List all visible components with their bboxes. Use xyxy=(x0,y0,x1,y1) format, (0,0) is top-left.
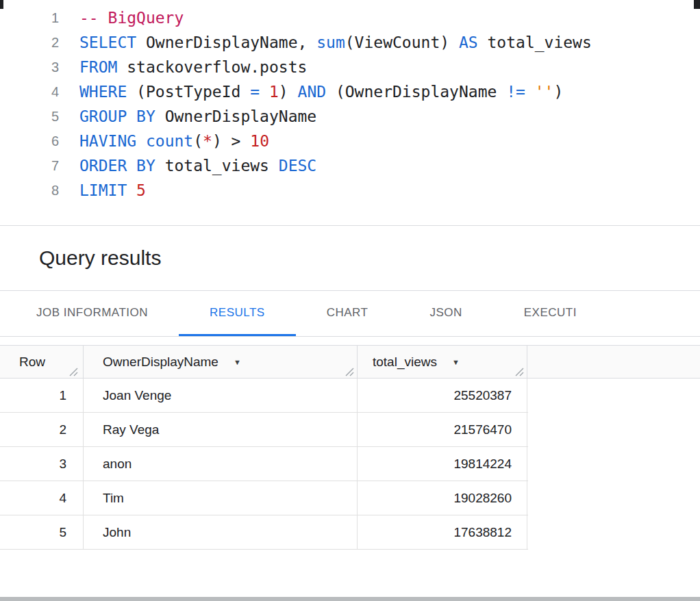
code-text: WHERE (PostTypeId = 1) AND (OwnerDisplay… xyxy=(79,79,563,104)
tab-chart[interactable]: CHART xyxy=(296,291,399,336)
code-token: ORDER BY xyxy=(79,157,155,175)
column-header-total-views[interactable]: total_views▼ xyxy=(358,346,527,378)
line-number: 6 xyxy=(0,129,59,153)
sql-editor[interactable]: 1-- BigQuery2SELECT OwnerDisplayName, su… xyxy=(0,0,700,226)
column-header-row: Row xyxy=(0,346,84,378)
tab-job-information[interactable]: JOB INFORMATION xyxy=(5,291,179,336)
code-token: SELECT xyxy=(79,34,136,51)
cell-total-views: 25520387 xyxy=(358,379,527,412)
code-line[interactable]: 4WHERE (PostTypeId = 1) AND (OwnerDispla… xyxy=(0,79,700,104)
code-token: ( xyxy=(345,34,355,51)
line-number: 1 xyxy=(0,5,59,30)
code-line[interactable]: 3FROM stackoverflow.posts xyxy=(0,55,700,79)
results-table-header: RowOwnerDisplayName▼total_views▼ xyxy=(0,345,700,379)
code-token: count xyxy=(146,132,193,150)
tab-results[interactable]: RESULTS xyxy=(179,291,296,336)
code-line[interactable]: 5GROUP BY OwnerDisplayName xyxy=(0,104,700,129)
code-token: ViewCount xyxy=(355,34,440,51)
code-token: -- BigQuery xyxy=(79,9,184,27)
code-token: 10 xyxy=(250,132,269,150)
line-number: 8 xyxy=(0,178,59,203)
code-token: FROM xyxy=(79,58,117,76)
column-resize-handle-icon[interactable] xyxy=(69,368,78,376)
results-tab-bar: JOB INFORMATIONRESULTSCHARTJSONEXECUTI xyxy=(0,291,700,337)
code-token: AND xyxy=(298,83,327,101)
code-token: AS xyxy=(459,34,478,51)
line-number: 3 xyxy=(0,55,59,79)
code-token: '' xyxy=(535,83,554,101)
cell-owner-display-name: Joan Venge xyxy=(84,379,358,412)
code-token xyxy=(127,181,136,199)
code-token: (OwnerDisplayName xyxy=(326,83,506,101)
cell-owner-display-name: Tim xyxy=(84,481,358,515)
sort-dropdown-icon[interactable]: ▼ xyxy=(234,358,241,366)
code-line[interactable]: 7ORDER BY total_views DESC xyxy=(0,153,700,178)
column-label: total_views xyxy=(373,355,437,370)
code-token: OwnerDisplayName, xyxy=(136,34,316,51)
code-text: LIMIT 5 xyxy=(79,178,146,203)
table-gap xyxy=(0,337,700,345)
cell-total-views: 19028260 xyxy=(358,481,527,515)
cell-owner-display-name: John xyxy=(84,515,358,549)
code-token: != xyxy=(506,83,535,101)
horizontal-scrollbar[interactable] xyxy=(0,597,700,601)
code-token: (PostTypeId xyxy=(127,83,250,101)
code-lines: 1-- BigQuery2SELECT OwnerDisplayName, su… xyxy=(0,5,700,203)
code-token: stackoverflow.posts xyxy=(117,58,307,76)
line-number: 2 xyxy=(0,30,59,55)
code-text: ORDER BY total_views DESC xyxy=(79,153,316,178)
cell-row-number: 3 xyxy=(0,447,84,481)
code-token: ) xyxy=(279,83,298,101)
code-token: sum xyxy=(316,34,345,51)
code-line[interactable]: 6HAVING count(*) > 10 xyxy=(0,129,700,153)
code-token: GROUP BY xyxy=(79,107,155,125)
code-text: FROM stackoverflow.posts xyxy=(79,55,307,79)
results-table-body: 1Joan Venge255203872Ray Vega215764703ano… xyxy=(0,379,700,550)
query-results-section: Query results xyxy=(0,226,700,291)
code-line[interactable]: 1-- BigQuery xyxy=(0,5,700,30)
cell-row-number: 2 xyxy=(0,413,84,446)
line-number: 5 xyxy=(0,104,59,129)
code-token: total_views xyxy=(155,157,279,175)
line-number: 7 xyxy=(0,153,59,178)
code-text: -- BigQuery xyxy=(79,5,184,30)
code-token: = xyxy=(250,83,269,101)
results-table: RowOwnerDisplayName▼total_views▼ 1Joan V… xyxy=(0,345,700,550)
column-header-ownerdisplayname[interactable]: OwnerDisplayName▼ xyxy=(84,346,358,378)
tab-json[interactable]: JSON xyxy=(399,291,492,336)
code-token: 1 xyxy=(269,83,279,101)
code-token: * xyxy=(203,132,212,150)
line-number: 4 xyxy=(0,79,59,104)
code-line[interactable]: 2SELECT OwnerDisplayName, sum(ViewCount)… xyxy=(0,30,700,55)
header-filler xyxy=(527,346,700,378)
code-token: ( xyxy=(193,132,203,150)
code-token: 5 xyxy=(136,181,146,199)
cell-row-number: 1 xyxy=(0,379,84,412)
code-text: HAVING count(*) > 10 xyxy=(79,129,269,153)
editor-right-edge xyxy=(694,0,700,9)
code-token: HAVING xyxy=(79,132,136,150)
column-label: OwnerDisplayName xyxy=(103,355,218,370)
cell-total-views: 21576470 xyxy=(358,413,527,446)
table-row: 4Tim19028260 xyxy=(0,481,528,515)
code-token: ) > xyxy=(212,132,250,150)
cell-total-views: 19814224 xyxy=(358,447,527,481)
cell-owner-display-name: Ray Vega xyxy=(84,413,358,446)
table-row: 3anon19814224 xyxy=(0,447,528,481)
editor-left-edge xyxy=(0,0,3,9)
cell-row-number: 4 xyxy=(0,481,84,515)
column-label: Row xyxy=(19,355,45,370)
column-resize-handle-icon[interactable] xyxy=(345,368,354,376)
code-token: DESC xyxy=(279,157,316,175)
table-row: 5John17638812 xyxy=(0,515,528,550)
code-token: WHERE xyxy=(79,83,127,101)
tab-executi[interactable]: EXECUTI xyxy=(493,291,608,336)
column-resize-handle-icon[interactable] xyxy=(515,368,524,376)
page-title: Query results xyxy=(39,246,161,270)
cell-owner-display-name: anon xyxy=(84,447,358,481)
code-token: total_views xyxy=(478,34,592,51)
table-row: 1Joan Venge25520387 xyxy=(0,379,528,413)
code-text: SELECT OwnerDisplayName, sum(ViewCount) … xyxy=(79,30,592,55)
sort-dropdown-icon[interactable]: ▼ xyxy=(452,358,460,366)
code-line[interactable]: 8LIMIT 5 xyxy=(0,178,700,203)
